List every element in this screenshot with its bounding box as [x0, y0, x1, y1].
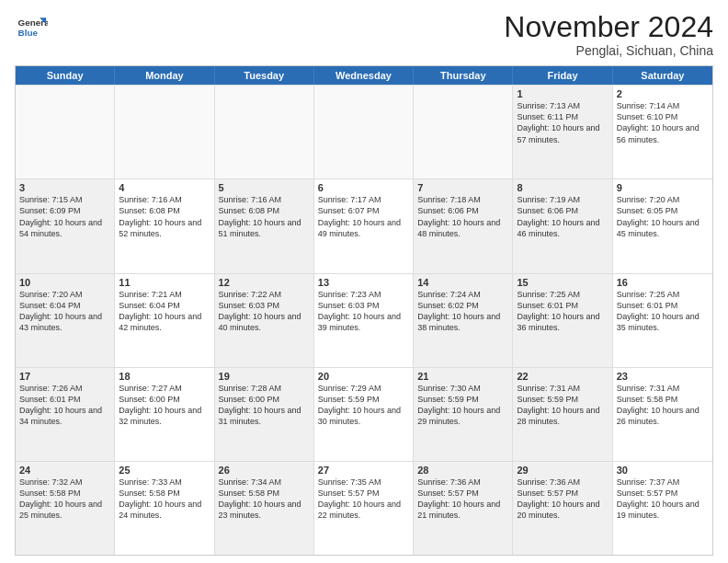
calendar-cell-r3-c3: 20Sunrise: 7:29 AM Sunset: 5:59 PM Dayli… — [314, 368, 414, 461]
day-info: Sunrise: 7:33 AM Sunset: 5:58 PM Dayligh… — [119, 477, 210, 522]
day-number: 8 — [517, 182, 608, 193]
day-number: 2 — [617, 88, 709, 99]
day-info: Sunrise: 7:30 AM Sunset: 5:59 PM Dayligh… — [417, 383, 508, 428]
day-info: Sunrise: 7:27 AM Sunset: 6:00 PM Dayligh… — [119, 383, 210, 428]
day-number: 22 — [517, 371, 608, 382]
logo: General Blue — [15, 11, 48, 44]
calendar-row-3: 17Sunrise: 7:26 AM Sunset: 6:01 PM Dayli… — [16, 367, 712, 461]
day-info: Sunrise: 7:16 AM Sunset: 6:08 PM Dayligh… — [119, 194, 210, 239]
weekday-header-thursday: Thursday — [414, 66, 513, 85]
day-info: Sunrise: 7:37 AM Sunset: 5:57 PM Dayligh… — [617, 477, 709, 522]
calendar-cell-r0-c6: 2Sunrise: 7:14 AM Sunset: 6:10 PM Daylig… — [613, 86, 712, 178]
calendar-cell-r4-c5: 29Sunrise: 7:36 AM Sunset: 5:57 PM Dayli… — [513, 462, 612, 555]
day-number: 19 — [219, 371, 310, 382]
month-title: November 2024 — [504, 11, 713, 43]
calendar-cell-r2-c6: 16Sunrise: 7:25 AM Sunset: 6:01 PM Dayli… — [613, 274, 712, 367]
calendar-cell-r2-c5: 15Sunrise: 7:25 AM Sunset: 6:01 PM Dayli… — [513, 274, 612, 367]
day-info: Sunrise: 7:25 AM Sunset: 6:01 PM Dayligh… — [617, 289, 709, 334]
calendar-cell-r1-c2: 5Sunrise: 7:16 AM Sunset: 6:08 PM Daylig… — [215, 179, 314, 272]
day-info: Sunrise: 7:35 AM Sunset: 5:57 PM Dayligh… — [318, 477, 409, 522]
day-info: Sunrise: 7:13 AM Sunset: 6:11 PM Dayligh… — [517, 100, 608, 145]
calendar-cell-r1-c0: 3Sunrise: 7:15 AM Sunset: 6:09 PM Daylig… — [16, 179, 115, 272]
title-block: November 2024 Penglai, Sichuan, China — [504, 11, 713, 58]
calendar-cell-r4-c3: 27Sunrise: 7:35 AM Sunset: 5:57 PM Dayli… — [314, 462, 414, 555]
day-number: 1 — [517, 88, 608, 99]
day-number: 21 — [417, 371, 508, 382]
day-info: Sunrise: 7:28 AM Sunset: 6:00 PM Dayligh… — [219, 383, 310, 428]
calendar-cell-r2-c0: 10Sunrise: 7:20 AM Sunset: 6:04 PM Dayli… — [16, 274, 115, 367]
day-info: Sunrise: 7:31 AM Sunset: 5:59 PM Dayligh… — [517, 383, 608, 428]
day-number: 9 — [617, 182, 709, 193]
day-info: Sunrise: 7:21 AM Sunset: 6:04 PM Dayligh… — [119, 289, 210, 334]
day-number: 11 — [119, 277, 210, 288]
calendar-cell-r4-c0: 24Sunrise: 7:32 AM Sunset: 5:58 PM Dayli… — [16, 462, 115, 555]
day-info: Sunrise: 7:16 AM Sunset: 6:08 PM Dayligh… — [219, 194, 310, 239]
day-number: 17 — [19, 371, 110, 382]
calendar-cell-r3-c1: 18Sunrise: 7:27 AM Sunset: 6:00 PM Dayli… — [115, 368, 214, 461]
day-info: Sunrise: 7:36 AM Sunset: 5:57 PM Dayligh… — [417, 477, 508, 522]
calendar-cell-r1-c6: 9Sunrise: 7:20 AM Sunset: 6:05 PM Daylig… — [613, 179, 712, 272]
calendar-cell-r0-c2 — [215, 86, 314, 178]
weekday-header-wednesday: Wednesday — [314, 66, 414, 85]
day-number: 26 — [219, 465, 310, 476]
day-info: Sunrise: 7:22 AM Sunset: 6:03 PM Dayligh… — [219, 289, 310, 334]
day-number: 27 — [318, 465, 409, 476]
calendar-cell-r4-c2: 26Sunrise: 7:34 AM Sunset: 5:58 PM Dayli… — [215, 462, 314, 555]
calendar-cell-r2-c4: 14Sunrise: 7:24 AM Sunset: 6:02 PM Dayli… — [414, 274, 513, 367]
weekday-header-monday: Monday — [115, 66, 214, 85]
calendar-cell-r1-c1: 4Sunrise: 7:16 AM Sunset: 6:08 PM Daylig… — [115, 179, 214, 272]
calendar-row-4: 24Sunrise: 7:32 AM Sunset: 5:58 PM Dayli… — [16, 461, 712, 555]
calendar-cell-r3-c6: 23Sunrise: 7:31 AM Sunset: 5:58 PM Dayli… — [613, 368, 712, 461]
calendar-cell-r0-c5: 1Sunrise: 7:13 AM Sunset: 6:11 PM Daylig… — [513, 86, 612, 178]
day-info: Sunrise: 7:18 AM Sunset: 6:06 PM Dayligh… — [417, 194, 508, 239]
calendar-cell-r1-c5: 8Sunrise: 7:19 AM Sunset: 6:06 PM Daylig… — [513, 179, 612, 272]
day-info: Sunrise: 7:19 AM Sunset: 6:06 PM Dayligh… — [517, 194, 608, 239]
calendar-cell-r0-c4 — [414, 86, 513, 178]
day-number: 10 — [19, 277, 110, 288]
svg-text:Blue: Blue — [18, 28, 39, 38]
day-number: 20 — [318, 371, 409, 382]
day-info: Sunrise: 7:20 AM Sunset: 6:04 PM Dayligh… — [19, 289, 110, 334]
calendar-row-0: 1Sunrise: 7:13 AM Sunset: 6:11 PM Daylig… — [16, 85, 712, 178]
calendar-cell-r3-c2: 19Sunrise: 7:28 AM Sunset: 6:00 PM Dayli… — [215, 368, 314, 461]
calendar-cell-r3-c5: 22Sunrise: 7:31 AM Sunset: 5:59 PM Dayli… — [513, 368, 612, 461]
day-number: 6 — [318, 182, 409, 193]
day-info: Sunrise: 7:25 AM Sunset: 6:01 PM Dayligh… — [517, 289, 608, 334]
day-number: 5 — [219, 182, 310, 193]
calendar-cell-r1-c3: 6Sunrise: 7:17 AM Sunset: 6:07 PM Daylig… — [314, 179, 414, 272]
weekday-header-saturday: Saturday — [613, 66, 712, 85]
calendar-cell-r4-c6: 30Sunrise: 7:37 AM Sunset: 5:57 PM Dayli… — [613, 462, 712, 555]
calendar-header: SundayMondayTuesdayWednesdayThursdayFrid… — [16, 66, 712, 85]
day-number: 30 — [617, 465, 709, 476]
calendar-cell-r4-c1: 25Sunrise: 7:33 AM Sunset: 5:58 PM Dayli… — [115, 462, 214, 555]
day-info: Sunrise: 7:15 AM Sunset: 6:09 PM Dayligh… — [19, 194, 110, 239]
day-number: 15 — [517, 277, 608, 288]
day-number: 18 — [119, 371, 210, 382]
day-info: Sunrise: 7:34 AM Sunset: 5:58 PM Dayligh… — [219, 477, 310, 522]
day-number: 23 — [617, 371, 709, 382]
calendar-cell-r2-c1: 11Sunrise: 7:21 AM Sunset: 6:04 PM Dayli… — [115, 274, 214, 367]
weekday-header-tuesday: Tuesday — [215, 66, 314, 85]
day-info: Sunrise: 7:24 AM Sunset: 6:02 PM Dayligh… — [417, 289, 508, 334]
day-info: Sunrise: 7:26 AM Sunset: 6:01 PM Dayligh… — [19, 383, 110, 428]
day-info: Sunrise: 7:20 AM Sunset: 6:05 PM Dayligh… — [617, 194, 709, 239]
weekday-header-sunday: Sunday — [16, 66, 115, 85]
day-number: 13 — [318, 277, 409, 288]
calendar-row-1: 3Sunrise: 7:15 AM Sunset: 6:09 PM Daylig… — [16, 178, 712, 272]
day-info: Sunrise: 7:32 AM Sunset: 5:58 PM Dayligh… — [19, 477, 110, 522]
day-info: Sunrise: 7:31 AM Sunset: 5:58 PM Dayligh… — [617, 383, 709, 428]
calendar-cell-r0-c3 — [314, 86, 414, 178]
day-number: 7 — [417, 182, 508, 193]
calendar-row-2: 10Sunrise: 7:20 AM Sunset: 6:04 PM Dayli… — [16, 273, 712, 367]
day-number: 28 — [417, 465, 508, 476]
day-info: Sunrise: 7:29 AM Sunset: 5:59 PM Dayligh… — [318, 383, 409, 428]
weekday-header-friday: Friday — [513, 66, 612, 85]
day-number: 24 — [19, 465, 110, 476]
calendar-body: 1Sunrise: 7:13 AM Sunset: 6:11 PM Daylig… — [16, 85, 712, 555]
calendar-cell-r3-c0: 17Sunrise: 7:26 AM Sunset: 6:01 PM Dayli… — [16, 368, 115, 461]
location: Penglai, Sichuan, China — [504, 43, 713, 58]
calendar-cell-r4-c4: 28Sunrise: 7:36 AM Sunset: 5:57 PM Dayli… — [414, 462, 513, 555]
day-number: 29 — [517, 465, 608, 476]
calendar-cell-r0-c0 — [16, 86, 115, 178]
calendar: SundayMondayTuesdayWednesdayThursdayFrid… — [15, 65, 713, 556]
